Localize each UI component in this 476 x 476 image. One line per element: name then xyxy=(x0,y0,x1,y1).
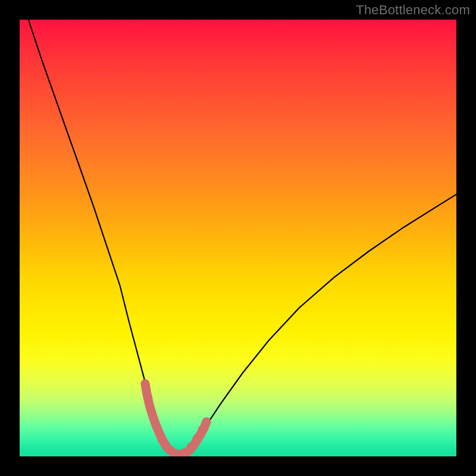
svg-point-2 xyxy=(148,408,156,417)
plot-area xyxy=(20,20,456,456)
bottleneck-curve-line xyxy=(29,20,456,454)
highlight-u-stroke xyxy=(145,384,206,455)
svg-point-1 xyxy=(144,394,153,403)
chart-frame: TheBottleneck.com xyxy=(0,0,476,476)
svg-point-4 xyxy=(158,436,167,444)
svg-point-10 xyxy=(198,425,207,434)
svg-point-9 xyxy=(193,434,202,443)
svg-point-8 xyxy=(187,443,196,452)
svg-point-0 xyxy=(141,380,150,389)
svg-point-3 xyxy=(152,422,161,431)
svg-point-11 xyxy=(202,418,211,427)
svg-point-5 xyxy=(164,445,173,454)
watermark-text: TheBottleneck.com xyxy=(356,2,470,18)
curve-svg xyxy=(20,20,456,456)
